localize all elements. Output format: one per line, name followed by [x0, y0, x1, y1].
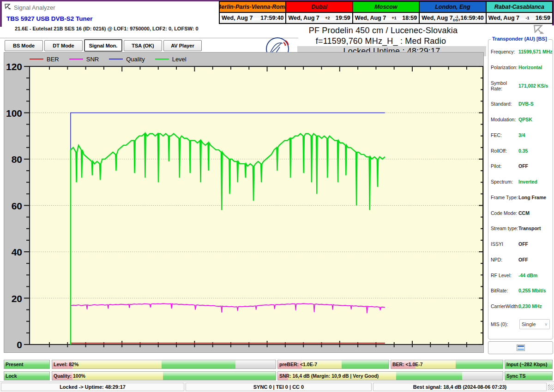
bar-label: Quality: 100% [54, 372, 85, 380]
transponder-value: 11599,571 MHz [518, 49, 553, 54]
transponder-row-rolloff-: RollOff:0.35 [488, 148, 553, 154]
resize-grip[interactable] [548, 385, 554, 390]
transponder-label: CarrierWidth: [491, 303, 518, 309]
transponder-row-frame-type-: Frame Type:Long Frame [488, 195, 553, 200]
frequency-title: f=11599,760 MHz_H_ : Med Radio [286, 36, 476, 46]
transponder-row-spectrum-: Spectrum:Inverted [488, 179, 553, 184]
svg-text:40: 40 [12, 247, 22, 257]
clock-date: Wed, Aug 7 [422, 15, 452, 21]
transponder-label: Modulation: [491, 117, 518, 122]
transponder-label: FEC: [491, 132, 518, 138]
transponder-row-npd-: NPD:OFF [488, 257, 553, 262]
tab-signal-mon-[interactable]: Signal Mon. [84, 39, 122, 52]
bar-label: Level: 82% [54, 360, 78, 368]
svg-text:80: 80 [12, 154, 22, 165]
bar-label: Lock [6, 372, 17, 380]
mis-dropdown[interactable]: Single∨ [519, 319, 550, 329]
status-bar-ber: BER: <1.0E-7 [391, 360, 503, 369]
clock-date: Wed, Aug 7 [288, 15, 319, 21]
transponder-label: RollOff: [491, 148, 518, 154]
status-bar-snr: SNR: 16,4 dB (Margin: 10,9 dB | Very Goo… [277, 371, 503, 380]
clock-time: 16:59 [536, 15, 550, 21]
svg-text:20: 20 [12, 293, 22, 304]
transponder-label: Frame Type: [491, 195, 518, 200]
bar-label: SNR: 16,4 dB (Margin: 10,9 dB | Very Goo… [279, 372, 379, 380]
window-frame-left [0, 0, 2, 27]
transponder-value: CCM [518, 210, 530, 216]
transponder-row-modulation-: Modulation:QPSK [488, 117, 553, 122]
transponder-row-fec-: FEC:3/4 [488, 132, 553, 138]
transponder-row-frequency-: Frequency:11599,571 MHz [488, 49, 553, 54]
clock-date: Wed, Aug 7 [222, 15, 253, 21]
clock-berlin: Berlin-Paris-Vienna-Roma Wed, Aug 7 17:5… [220, 2, 285, 23]
transponder-label: Pilot: [491, 163, 518, 169]
tab-bs-mode[interactable]: BS Mode [5, 40, 43, 51]
clock-time: 17:59:40 [260, 15, 283, 21]
transponder-value: 0,230 MHz [518, 303, 542, 309]
bar-gloss [52, 372, 276, 380]
satellite-dish-icon [4, 3, 12, 12]
clock-london: London, Eng Wed, Aug 7 -1DST 16:59:40 [419, 2, 485, 23]
transponder-label: ISSYI [491, 241, 518, 247]
bar-gloss [52, 360, 276, 368]
transponder-row-bitrate-: BitRate:0,255 Mbit/s [488, 288, 553, 293]
status-bar-lock: Lock [4, 371, 50, 380]
tab-dt-mode[interactable]: DT Mode [44, 40, 83, 51]
transponder-label: Standard: [491, 101, 518, 107]
transponder-panel-title: Transponder (AU) [BS] [491, 36, 548, 42]
bar-label: BER: <1.0E-7 [392, 360, 423, 368]
chart-plot: 020406080100120 [4, 53, 483, 352]
stream-list-button[interactable] [488, 341, 553, 354]
clock-moscow: Moscow Wed, Aug 7 +1 18:59 [352, 2, 419, 23]
tab-av-player[interactable]: AV Player [163, 40, 202, 51]
svg-text:120: 120 [6, 61, 22, 72]
transponder-label: MIS (0): [491, 321, 518, 327]
site-title: PF Prodelin 450 cm / Lucenec-Slovakia [286, 26, 480, 36]
clock-utc-offset: -1 [519, 16, 536, 20]
clock-date: Wed, Aug 7 [488, 15, 519, 21]
bar-label: Sync TS [506, 372, 525, 380]
transponder-row-polarization-: Polarization:Horizontal [488, 65, 553, 70]
transponder-label: Frequency: [491, 49, 518, 54]
transponder-value: 0,255 Mbit/s [518, 288, 546, 293]
transponder-value: OFF [518, 241, 528, 247]
world-clocks: Berlin-Paris-Vienna-Roma Wed, Aug 7 17:5… [219, 1, 553, 24]
transponder-row-issyi: ISSYIOFF [488, 241, 553, 247]
status-bar-present: Present [4, 360, 50, 369]
status-bar-preber: preBER: <1.0E-7 [277, 360, 389, 369]
clock-city-label: London, Eng [420, 2, 485, 13]
transponder-value: 0.35 [518, 148, 528, 154]
transponder-value: 171,002 KS/s [518, 83, 548, 89]
svg-text:100: 100 [6, 108, 22, 119]
statusbar-best-signal: Best signal: 18,4 dB (2024-08-06 07:23) [373, 383, 547, 391]
tuner-name: TBS 5927 USB DVB-S2 Tuner [6, 15, 93, 22]
svg-text:0: 0 [17, 339, 22, 350]
tab-tsa-ok-[interactable]: TSA (OK) [124, 40, 162, 51]
statusbar-sync: SYNC 0 | TEI 0 | CC 0 [186, 383, 372, 391]
clock-time: 16:59:40 [461, 15, 484, 21]
svg-text:60: 60 [12, 201, 22, 211]
transponder-value: Transport [518, 226, 541, 231]
transponder-label: RF Level: [491, 273, 518, 278]
transponder-value: Inverted [518, 179, 537, 184]
clock-date: Wed, Aug 7 [355, 15, 386, 21]
signal-chart: BERSNRQualityLevel 020406080100120 [4, 52, 484, 353]
transponder-value: QPSK [518, 117, 532, 122]
transponder-label: Stream type: [491, 226, 518, 231]
transponder-rows: Frequency:11599,571 MHzPolarization:Hori… [488, 46, 553, 333]
transponder-row-rf-level-: RF Level:-44 dBm [488, 273, 553, 278]
clock-utc-offset: +2 [319, 16, 336, 20]
transponder-label: NPD: [491, 257, 518, 262]
transponder-row-standard-: Standard:DVB-S [488, 101, 553, 107]
clock-rabat: Rabat-Casablanca Wed, Aug 7 -1 16:59 [486, 2, 552, 23]
clock-time: 19:59 [336, 15, 350, 21]
transponder-label: Code Mode: [491, 210, 518, 216]
chevron-down-icon: ∨ [544, 322, 548, 327]
mis-dropdown-value: Single [522, 321, 536, 327]
transponder-value: Horizontal [518, 65, 542, 70]
transponder-row-stream-type-: Stream type:Transport [488, 226, 553, 231]
transponder-label: BitRate: [491, 288, 518, 293]
transponder-value: Long Frame [518, 195, 546, 200]
transponder-row-symbol-rate-: Symbol Rate:171,002 KS/s [488, 80, 553, 91]
clock-city-label: Berlin-Paris-Vienna-Roma [220, 2, 285, 13]
